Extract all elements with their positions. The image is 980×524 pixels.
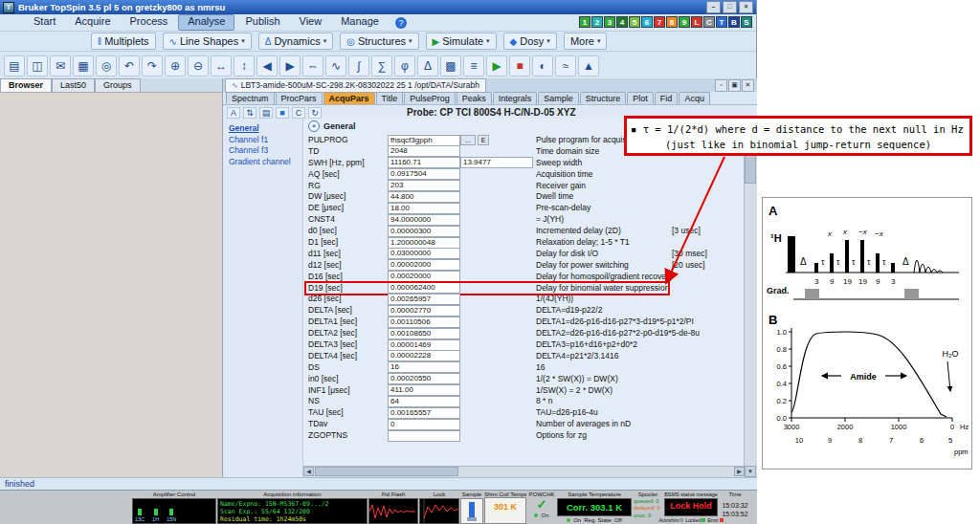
open-dataset-icon[interactable]: ▤ <box>4 55 25 76</box>
param-value-input[interactable]: 64 <box>388 396 460 407</box>
browser-tab-browser[interactable]: Browser <box>0 78 52 92</box>
font-icon[interactable]: A <box>227 107 240 119</box>
tab-pulseprog[interactable]: PulseProg <box>404 92 456 104</box>
menu-start[interactable]: Start <box>25 14 64 29</box>
refresh-icon[interactable]: ↻ <box>308 107 322 119</box>
browse-pulseprogram-button[interactable]: ... <box>460 135 476 145</box>
integral-icon[interactable]: ∫ <box>348 55 369 76</box>
sidebar-item-channel-f3[interactable]: Channel f3 <box>229 145 302 157</box>
zoom-in-icon[interactable]: ⊕ <box>165 55 186 76</box>
param-value-input[interactable]: 0.00002000 <box>388 259 460 271</box>
workspace-button-4[interactable]: 4 <box>616 16 628 28</box>
tab-acqu[interactable]: Acqu <box>679 92 710 104</box>
param-value-input[interactable]: fhsqcf3gpph <box>388 135 460 146</box>
param-value-input[interactable]: 0.00108650 <box>388 328 460 339</box>
maximize-icon[interactable]: □ <box>723 1 737 13</box>
param-value-input[interactable]: 0.00002228 <box>388 350 460 361</box>
undo-icon[interactable]: ↶ <box>119 55 140 76</box>
expand-horizontal-icon[interactable]: ↔ <box>211 55 232 76</box>
analyse-tool-multiplets[interactable]: ‖Multiplets <box>91 33 156 50</box>
param-value-input[interactable]: 0.00165557 <box>388 407 460 419</box>
param-value-input[interactable]: 2048 <box>388 145 460 157</box>
scroll-left-icon[interactable]: ◀ <box>303 467 314 476</box>
calibrate-icon[interactable]: Δ <box>417 55 438 76</box>
menu-manage[interactable]: Manage <box>332 14 388 29</box>
workspace-button-3[interactable]: 3 <box>604 16 615 28</box>
scroll-right-icon[interactable]: ▶ <box>279 55 301 76</box>
analyse-tool-more[interactable]: More▾ <box>564 33 608 50</box>
help-icon[interactable]: ? <box>395 17 407 29</box>
param-value-input[interactable]: 0.00110506 <box>388 317 460 328</box>
param-value-input[interactable]: 94.0000000 <box>388 214 460 226</box>
analyse-tool-line-shapes[interactable]: ∿Line Shapes▾ <box>163 33 252 50</box>
overlay-icon[interactable]: ≡ <box>463 55 484 76</box>
sample-display[interactable] <box>460 498 483 524</box>
lock-icon[interactable]: ◐ <box>532 55 553 76</box>
param-value-input[interactable]: 0.00000300 <box>388 226 460 237</box>
sidebar-item-channel-f1[interactable]: Channel f1 <box>229 135 302 146</box>
chevron-up-icon[interactable]: ▲ <box>578 55 599 76</box>
workspace-button-b[interactable]: B <box>728 16 740 28</box>
horizontal-scrollbar[interactable]: ◀ ▶ <box>303 466 745 477</box>
browser-tab-last50[interactable]: Last50 <box>52 78 95 92</box>
param-value-input[interactable] <box>388 430 460 442</box>
param-value-input[interactable]: 0.00001469 <box>388 339 460 351</box>
param-value-input[interactable]: 44.800 <box>388 191 460 203</box>
tab-fid[interactable]: Fid <box>655 92 679 104</box>
fid-icon[interactable]: ∿ <box>325 55 346 76</box>
vertical-scrollbar[interactable]: ▲ ▼ <box>744 119 757 477</box>
stop-icon[interactable]: ■ <box>509 55 530 76</box>
tab-acqupars[interactable]: AcquPars <box>323 92 375 104</box>
dataset-tab[interactable]: ∿ LBT3-amide-500uM-SC-298.2K-08302022 25… <box>225 78 486 93</box>
tab-integrals[interactable]: Integrals <box>493 92 538 104</box>
scroll-down-icon[interactable]: ▼ <box>745 466 756 477</box>
workspace-button-6[interactable]: 6 <box>641 16 653 28</box>
close-icon[interactable]: × <box>739 1 753 13</box>
param-value2-input[interactable]: 13.9477 <box>460 157 533 168</box>
edit-pulseprogram-button[interactable]: E <box>478 135 489 145</box>
param-value-input[interactable]: 18.00 <box>388 203 460 214</box>
bsms-display[interactable]: Lock Hold <box>664 498 718 517</box>
tab-sample[interactable]: Sample <box>538 92 579 104</box>
menu-acquire[interactable]: Acquire <box>66 14 119 29</box>
analyse-tool-simulate[interactable]: ▶Simulate▾ <box>426 33 497 50</box>
param-value-input[interactable]: 203 <box>388 180 460 191</box>
menu-analyse[interactable]: Analyse <box>178 14 234 31</box>
analyse-tool-structures[interactable]: ◎Structures▾ <box>340 33 418 50</box>
sample-temperature-display[interactable]: Corr. 303.1 K <box>557 498 632 517</box>
phase-icon[interactable]: φ <box>394 55 415 76</box>
columns-icon[interactable]: ▤ <box>259 107 273 119</box>
workspace-button-1[interactable]: 1 <box>579 16 590 28</box>
analyse-tool-dynamics[interactable]: ΔDynamics▾ <box>258 33 334 50</box>
dataset-close-icon[interactable]: ✕ <box>742 79 754 92</box>
param-value-input[interactable]: 0.00002770 <box>388 305 460 317</box>
zoom-out-icon[interactable]: ⊖ <box>188 55 209 76</box>
lock-display[interactable] <box>419 498 459 524</box>
acquisition-info-display[interactable]: Name/Expno: 15N-MS367-09.../2 Scan Exp.:… <box>217 498 368 524</box>
dataset-maximize-icon[interactable]: ▣ <box>728 79 741 92</box>
sidebar-item-gradient-channel[interactable]: Gradient channel <box>229 157 302 168</box>
menu-process[interactable]: Process <box>122 14 177 29</box>
full-view-icon[interactable]: ⇔ <box>302 55 323 76</box>
hscrollbar-thumb[interactable] <box>315 467 458 476</box>
workspace-button-5[interactable]: 5 <box>629 16 640 28</box>
param-value-input[interactable]: 0.03000000 <box>388 248 460 259</box>
sort-icon[interactable]: ⇅ <box>243 107 256 119</box>
param-value-input[interactable]: 0 <box>388 419 460 430</box>
redo-icon[interactable]: ↷ <box>142 55 163 76</box>
print-icon[interactable]: ▦ <box>73 55 94 76</box>
scroll-left-icon[interactable]: ◀ <box>256 55 278 76</box>
acquire-play-icon[interactable]: ▶ <box>486 55 507 76</box>
param-value-input[interactable]: 0.0917504 <box>388 168 460 180</box>
workspace-button-t[interactable]: T <box>716 16 727 28</box>
tab-spectrum[interactable]: Spectrum <box>226 92 275 104</box>
tab-plot[interactable]: Plot <box>627 92 654 104</box>
param-value-input[interactable]: 11160.71 <box>388 157 460 168</box>
email-icon[interactable]: ✉ <box>50 55 71 76</box>
search-icon[interactable]: ◎ <box>96 55 117 76</box>
param-value-input[interactable]: 0.00265957 <box>388 294 460 305</box>
analyse-tool-dosy[interactable]: ◆Dosy▾ <box>503 33 557 50</box>
sidebar-item-general[interactable]: General <box>229 123 302 135</box>
tab-structure[interactable]: Structure <box>580 92 627 104</box>
expand-vertical-icon[interactable]: ↕ <box>234 55 255 76</box>
